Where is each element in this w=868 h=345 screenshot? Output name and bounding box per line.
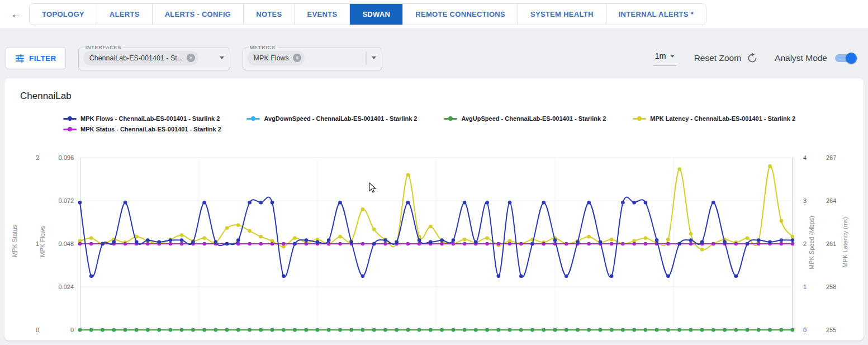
flows-axis-tick: 0 [49, 327, 74, 333]
chart-svg[interactable] [80, 158, 793, 330]
chart-card: ChennaiLab MPK Flows - ChennaiLab-ES-001… [4, 78, 864, 341]
speed-axis-tick: 2 [803, 240, 807, 247]
interface-chip[interactable]: ChennaiLab-ES-001401 - St... × [83, 51, 198, 65]
legend-marker-icon [246, 116, 260, 121]
latency-axis-title: MPK Latency (ms) [842, 217, 848, 267]
back-arrow-icon[interactable]: ← [7, 5, 26, 24]
legend-marker-icon [63, 126, 77, 132]
speed-axis-tick: 3 [803, 197, 807, 204]
status-axis-tick: 2 [17, 154, 39, 161]
tab-alerts[interactable]: ALERTS [97, 4, 152, 25]
latency-axis-tick: 261 [826, 240, 836, 247]
chip-remove-icon[interactable]: × [293, 54, 301, 62]
flows-axis-tick: 0.096 [49, 154, 74, 161]
legend-label: MPK Latency - ChennaiLab-ES-001401 - Sta… [650, 115, 795, 122]
chevron-down-icon[interactable] [372, 56, 376, 59]
toggle-thumb [846, 53, 857, 64]
reset-zoom-label: Reset Zoom [694, 53, 741, 63]
chevron-down-icon [670, 55, 675, 58]
interval-value: 1m [655, 51, 666, 60]
legend-marker-icon [633, 116, 646, 121]
text-caret [366, 51, 367, 65]
analyst-mode-label: Analyst Mode [775, 53, 827, 63]
legend-item-avgdownspeed[interactable]: AvgDownSpeed - ChennaiLab-ES-001401 - St… [246, 114, 417, 123]
filter-button-label: FILTER [29, 54, 56, 63]
speed-axis-title: MPK Speed (Mbps) [808, 216, 815, 270]
legend-item-mpk-status[interactable]: MPK Status - ChennaiLab-ES-001401 - Star… [63, 125, 221, 134]
latency-axis-tick: 267 [826, 154, 836, 161]
tab-alerts-config[interactable]: ALERTS - CONFIG [152, 4, 244, 25]
chart-legend: MPK Flows - ChennaiLab-ES-001401 - Starl… [63, 114, 851, 134]
tab-topology[interactable]: TOPOLOGY [30, 4, 97, 25]
status-axis-tick: 0 [17, 327, 39, 333]
tab-events[interactable]: EVENTS [295, 4, 350, 25]
analyst-mode-toggle[interactable] [835, 54, 856, 62]
speed-axis-tick: 4 [803, 154, 807, 161]
legend-label: AvgDownSpeed - ChennaiLab-ES-001401 - St… [264, 115, 417, 122]
reset-zoom-icon[interactable] [747, 53, 758, 64]
legend-label: AvgUpSpeed - ChennaiLab-ES-001401 - Star… [461, 115, 606, 122]
legend-marker-icon [63, 116, 77, 121]
interfaces-field-label: INTERFACES [86, 45, 122, 50]
latency-axis-tick: 258 [826, 283, 836, 290]
chart-title: ChennaiLab [20, 91, 72, 102]
metrics-select[interactable]: METRICS MPK Flows × [243, 46, 382, 70]
legend-label: MPK Flows - ChennaiLab-ES-001401 - Starl… [80, 115, 220, 122]
interfaces-select[interactable]: INTERFACES ChennaiLab-ES-001401 - St... … [78, 46, 230, 70]
tab-bar: TOPOLOGY ALERTS ALERTS - CONFIG NOTES EV… [29, 3, 706, 25]
legend-item-mpk-latency[interactable]: MPK Latency - ChennaiLab-ES-001401 - Sta… [633, 114, 795, 123]
interface-chip-label: ChennaiLab-ES-001401 - St... [89, 54, 183, 62]
filter-bar: FILTER INTERFACES ChennaiLab-ES-001401 -… [6, 45, 862, 72]
reset-zoom-button[interactable]: Reset Zoom [694, 53, 758, 64]
interval-select[interactable]: 1m [653, 50, 676, 66]
chip-remove-icon[interactable]: × [187, 54, 195, 62]
tab-internal-alerts[interactable]: INTERNAL ALERTS * [606, 4, 706, 25]
legend-item-avgupspeed[interactable]: AvgUpSpeed - ChennaiLab-ES-001401 - Star… [444, 114, 606, 123]
tune-icon [15, 54, 25, 63]
metric-chip-label: MPK Flows [254, 54, 289, 62]
chart-toolbar: 1m Reset Zoom Analyst Mode [653, 50, 863, 66]
flows-axis-tick: 0.024 [49, 283, 74, 290]
tab-sdwan[interactable]: SDWAN [349, 4, 402, 25]
latency-axis-tick: 264 [826, 197, 836, 204]
filter-button[interactable]: FILTER [6, 47, 66, 69]
legend-marker-icon [444, 116, 457, 121]
flows-axis-title: MPK Flows [39, 226, 46, 257]
speed-axis-tick: 1 [803, 283, 807, 290]
flows-axis-tick: 0.072 [49, 197, 74, 204]
tab-system-health[interactable]: SYSTEM HEALTH [518, 4, 606, 25]
top-navigation-bar: ← TOPOLOGY ALERTS ALERTS - CONFIG NOTES … [0, 0, 868, 29]
tab-remote-connections[interactable]: REMOTE CONNECTIONS [402, 4, 518, 25]
status-axis-tick: 1 [17, 240, 39, 247]
metric-chip[interactable]: MPK Flows × [248, 51, 305, 65]
latency-axis-tick: 255 [826, 327, 836, 333]
flows-axis-tick: 0.048 [49, 240, 74, 247]
tab-notes[interactable]: NOTES [243, 4, 294, 25]
chevron-down-icon[interactable] [220, 56, 224, 59]
legend-label: MPK Status - ChennaiLab-ES-001401 - Star… [80, 126, 221, 133]
metrics-field-label: METRICS [250, 45, 276, 50]
speed-axis-tick: 0 [803, 327, 807, 333]
legend-item-mpk-flows[interactable]: MPK Flows - ChennaiLab-ES-001401 - Starl… [63, 114, 220, 123]
analyst-mode-control: Analyst Mode [775, 53, 859, 63]
